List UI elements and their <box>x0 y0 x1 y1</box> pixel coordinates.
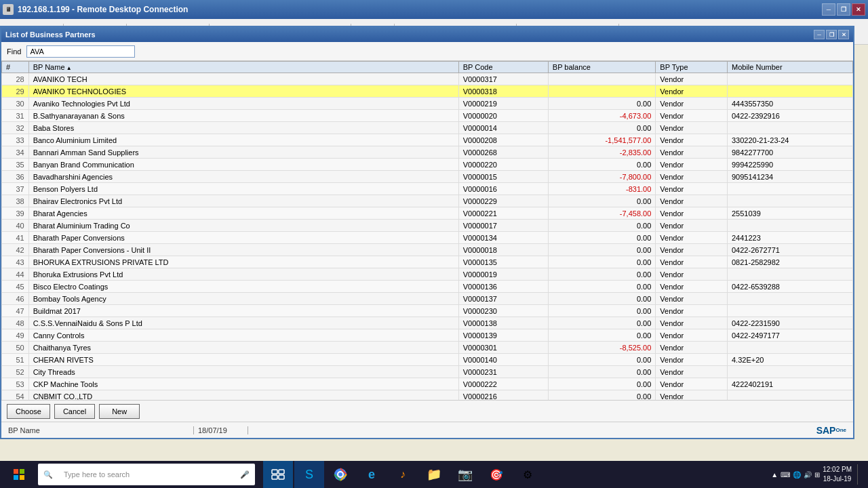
table-row[interactable]: 44 Bhoruka Extrusions Pvt Ltd V0000019 0… <box>2 268 853 281</box>
table-row[interactable]: 51 CHERAN RIVETS V0000140 0.00 Vendor 4.… <box>2 354 853 366</box>
taskbar-search-input[interactable] <box>57 470 237 479</box>
cell-bp-code: V0000222 <box>458 378 548 390</box>
clock-date: 18-Jul-19 <box>823 474 852 484</box>
minimize-button[interactable]: ─ <box>822 3 835 16</box>
cell-mobile: 0422-2392916 <box>728 110 853 122</box>
table-row[interactable]: 50 Chaithanya Tyres V0000301 -8,525.00 V… <box>2 342 853 354</box>
table-row[interactable]: 33 Banco Aluminium Limited V0000208 -1,5… <box>2 134 853 146</box>
table-row[interactable]: 47 Buildmat 2017 V0000230 0.00 Vendor <box>2 305 853 317</box>
taskbar: 🔍 Type here to search 🎤 S <box>0 461 868 488</box>
table-row[interactable]: 39 Bharat Agencies V0000221 -7,458.00 Ve… <box>2 207 853 220</box>
table-row[interactable]: 54 CNBMIT CO.,LTD V0000216 0.00 Vendor <box>2 390 853 401</box>
table-row[interactable]: 38 Bhairav Electronics Pvt Ltd V0000229 … <box>2 195 853 207</box>
table-row[interactable]: 45 Bisco Electro Coatings V0000136 0.00 … <box>2 281 853 293</box>
col-bp-code[interactable]: BP Code <box>458 62 548 73</box>
cancel-button[interactable]: Cancel <box>54 404 95 419</box>
cell-num: 36 <box>2 171 29 183</box>
table-row[interactable]: 34 Bannari Amman Sand Suppliers V0000268… <box>2 146 853 159</box>
cell-bp-name: Bannari Amman Sand Suppliers <box>28 146 458 159</box>
cell-bp-balance: -2,835.00 <box>548 146 656 159</box>
taskbar-app-gear[interactable]: ⚙ <box>513 461 542 488</box>
cell-bp-name: Bhairav Electronics Pvt Ltd <box>28 195 458 207</box>
systray-more-icons[interactable]: ⊞ <box>814 471 820 479</box>
table-row[interactable]: 28 AVANIKO TECH V0000317 Vendor <box>2 73 853 85</box>
taskbar-app-folder[interactable]: 📁 <box>419 461 449 488</box>
cell-bp-type: Vendor <box>656 122 728 134</box>
dialog-minimize-button[interactable]: ─ <box>814 30 825 39</box>
table-row[interactable]: 35 Banyan Brand Communication V0000220 0… <box>2 159 853 171</box>
table-row[interactable]: 29 AVANIKO TECHNOLOGIES V0000318 Vendor <box>2 85 853 98</box>
dialog-restore-button[interactable]: ❐ <box>826 30 837 39</box>
table-row[interactable]: 52 City Threads V0000231 0.00 Vendor <box>2 366 853 378</box>
table-row[interactable]: 40 Bharat Aluminium Trading Co V0000017 … <box>2 220 853 232</box>
systray-up-arrow[interactable]: ▲ <box>771 471 778 479</box>
cell-num: 34 <box>2 146 29 159</box>
cell-bp-name: BHORUKA EXTRUSIONS PRIVATE LTD <box>28 256 458 268</box>
dialog-title-text: List of Business Partners <box>5 30 814 39</box>
table-row[interactable]: 43 BHORUKA EXTRUSIONS PRIVATE LTD V00001… <box>2 256 853 268</box>
cell-mobile <box>728 183 853 195</box>
svg-rect-2 <box>14 475 18 480</box>
taskbar-app-ie[interactable]: e <box>357 461 387 488</box>
taskbar-app-winamp[interactable]: ♪ <box>388 461 418 488</box>
cell-bp-balance: 0.00 <box>548 329 656 342</box>
close-button[interactable]: ✕ <box>852 3 865 16</box>
taskbar-app-chrome[interactable] <box>326 461 355 488</box>
cell-num: 31 <box>2 110 29 122</box>
cell-bp-type: Vendor <box>656 98 728 110</box>
table-row[interactable]: 49 Canny Controls V0000139 0.00 Vendor 0… <box>2 329 853 342</box>
taskbar-app-taskview[interactable] <box>263 461 293 488</box>
cell-mobile: 4443557350 <box>728 98 853 110</box>
cell-bp-name: B.Sathyanarayanan & Sons <box>28 110 458 122</box>
table-row[interactable]: 48 C.S.S.VennaiNaidu & Sons P Ltd V00001… <box>2 317 853 329</box>
title-bar: 🖥 192.168.1.199 - Remote Desktop Connect… <box>0 0 868 19</box>
cell-bp-code: V0000230 <box>458 305 548 317</box>
table-row[interactable]: 42 Bharath Paper Conversions - Unit II V… <box>2 244 853 256</box>
restore-button[interactable]: ❐ <box>837 3 850 16</box>
sap-logo: SAP <box>816 425 836 436</box>
svg-rect-7 <box>279 475 284 479</box>
cell-bp-balance: 0.00 <box>548 305 656 317</box>
choose-button[interactable]: Choose <box>7 404 50 419</box>
table-row[interactable]: 36 Bavadharshini Agencies V0000015 -7,80… <box>2 171 853 183</box>
cell-bp-code: V0000135 <box>458 256 548 268</box>
table-row[interactable]: 32 Baba Stores V0000014 0.00 Vendor <box>2 122 853 134</box>
start-button[interactable] <box>3 461 35 488</box>
cell-num: 46 <box>2 293 29 305</box>
table-row[interactable]: 31 B.Sathyanarayanan & Sons V0000020 -4,… <box>2 110 853 122</box>
taskbar-app-camera[interactable]: 📷 <box>450 461 480 488</box>
table-row[interactable]: 30 Avaniko Technologies Pvt Ltd V0000219… <box>2 98 853 110</box>
cell-mobile: 9095141234 <box>728 171 853 183</box>
status-bp-name: BP Name <box>4 426 194 434</box>
taskbar-app-skype[interactable]: S <box>294 461 324 488</box>
table-row[interactable]: 41 Bharath Paper Conversions V0000134 0.… <box>2 232 853 244</box>
col-mobile[interactable]: Mobile Number <box>728 62 853 73</box>
dialog-title-controls: ─ ❐ ✕ <box>814 30 849 39</box>
svg-rect-5 <box>279 470 284 474</box>
col-bp-balance[interactable]: BP balance <box>548 62 656 73</box>
microphone-icon[interactable]: 🎤 <box>240 470 250 479</box>
cell-bp-name: Bharath Paper Conversions <box>28 232 458 244</box>
table-row[interactable]: 37 Benson Polyers Ltd V0000016 -831.00 V… <box>2 183 853 195</box>
cell-num: 43 <box>2 256 29 268</box>
svg-rect-3 <box>20 475 24 480</box>
cell-num: 39 <box>2 207 29 220</box>
taskbar-search-box[interactable]: 🔍 Type here to search 🎤 <box>38 464 255 485</box>
task-view-icon <box>271 469 285 480</box>
table-body: 28 AVANIKO TECH V0000317 Vendor 29 AVANI… <box>2 73 853 401</box>
dialog-close-button[interactable]: ✕ <box>838 30 849 39</box>
new-button[interactable]: New <box>99 404 140 419</box>
table-scroll[interactable]: # BP Name BP Code BP balance BP Type Mob… <box>1 61 853 400</box>
cell-bp-name: Bharat Agencies <box>28 207 458 220</box>
cell-bp-type: Vendor <box>656 183 728 195</box>
col-bp-name[interactable]: BP Name <box>28 62 458 73</box>
cell-mobile <box>728 305 853 317</box>
taskbar-app-sap[interactable]: 🎯 <box>481 461 511 488</box>
table-row[interactable]: 53 CKP Machine Tools V0000222 0.00 Vendo… <box>2 378 853 390</box>
cell-bp-name: CKP Machine Tools <box>28 378 458 390</box>
show-desktop-button[interactable] <box>857 464 860 485</box>
table-row[interactable]: 46 Bombay Tools Agency V0000137 0.00 Ven… <box>2 293 853 305</box>
find-input[interactable] <box>26 45 135 58</box>
col-bp-type[interactable]: BP Type <box>656 62 728 73</box>
cell-num: 50 <box>2 342 29 354</box>
